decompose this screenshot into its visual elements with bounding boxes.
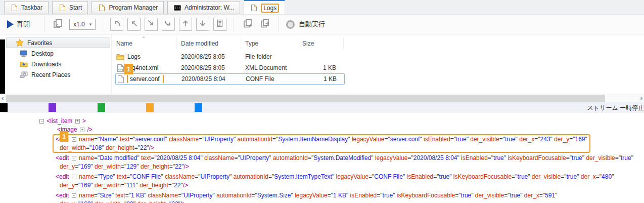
tree-node-edit-date-modified[interactable]: <edit - name="Date modified" text="2020/…: [53, 153, 636, 172]
annotation-badge: 1: [124, 64, 133, 74]
replay-page-button[interactable]: [52, 18, 65, 31]
svg-text:C:\: C:\: [175, 6, 181, 10]
toolbar-separator: [279, 17, 279, 31]
recent-places-icon: [20, 71, 28, 79]
tab-label: Program Manager: [109, 4, 158, 11]
column-header-date-modified[interactable]: Date modified: [177, 38, 241, 49]
collapse-toggle-icon[interactable]: -: [72, 137, 76, 142]
speed-value: x1.0: [73, 21, 85, 28]
tab-logs[interactable]: Logs: [244, 0, 285, 14]
collapse-toggle-icon[interactable]: -: [72, 175, 76, 179]
tab-start[interactable]: Start: [52, 1, 88, 14]
resume-button[interactable]: 再開: [6, 19, 37, 30]
pane-divider: [111, 34, 112, 94]
tab-taskbar[interactable]: Taskbar: [4, 1, 49, 14]
tab-program-manager[interactable]: Program Manager: [91, 1, 164, 14]
downloads-icon: [20, 60, 28, 68]
app-window: TaskbarStartProgram ManagerC:\Administra…: [0, 0, 644, 203]
play-icon: [7, 20, 14, 28]
sidebar-item-recent-places[interactable]: Recent Places: [6, 69, 110, 80]
timeline-marker[interactable]: [98, 103, 105, 112]
file-row-logs[interactable]: Logs2020/08/25 8:05File folder: [115, 51, 344, 62]
timeline-marker[interactable]: [49, 103, 56, 112]
tab-label: Start: [69, 4, 82, 11]
tree-node-edit-type[interactable]: <edit - name="Type" text="CONF File" cla…: [53, 172, 617, 190]
page-icon: [250, 4, 258, 12]
arrow-upleft-curve-button[interactable]: [110, 18, 123, 31]
captured-explorer-view: FavoritesDesktopDownloadsRecent Places ▲…: [0, 34, 644, 94]
column-header-name[interactable]: Name: [115, 38, 177, 49]
copy-page-forward-button[interactable]: [258, 18, 271, 31]
record-circle-icon: [286, 20, 295, 29]
collapse-toggle-icon[interactable]: -: [72, 156, 76, 160]
file-name: Logs: [127, 53, 141, 60]
file-type: CONF File: [242, 75, 299, 83]
page-icon: [10, 4, 18, 12]
scroll-left-arrow-icon[interactable]: ‹: [0, 94, 5, 102]
stream-timeline: ストリーム 一時停止: [0, 102, 644, 113]
arrow-down-button[interactable]: [196, 18, 209, 31]
playback-toolbar: 再開 x1.0 ▼ 自動実行: [0, 15, 644, 34]
auto-run-label: 自動実行: [299, 20, 325, 29]
arrow-up-icon: [181, 19, 190, 29]
timeline-marker[interactable]: [0, 103, 8, 112]
tab-label: Taskbar: [21, 4, 42, 11]
star-icon: [16, 39, 24, 47]
arrow-down-icon: [199, 19, 207, 29]
tab-administrator-w[interactable]: C:\Administrator: W...: [167, 1, 240, 14]
column-header-label: Name: [116, 40, 132, 47]
column-header-type[interactable]: Type: [241, 38, 298, 49]
expand-toggle-icon[interactable]: +: [80, 128, 84, 132]
arrow-downright-curve-button[interactable]: [162, 18, 175, 31]
tree-node-edit-size[interactable]: <edit - name="Size" text="1 KB" classNam…: [53, 190, 560, 203]
document-pages-button[interactable]: [213, 18, 226, 31]
sidebar-item-downloads[interactable]: Downloads: [6, 59, 110, 69]
file-date: 2020/08/25 8:05: [177, 64, 241, 71]
arrow-downright-button[interactable]: [145, 18, 158, 31]
file-date: 2020/08/25 8:04: [177, 75, 242, 83]
arrow-up-button[interactable]: [179, 18, 192, 31]
sidebar-item-label: Recent Places: [31, 71, 70, 78]
tree-node-list-item[interactable]: - <list_item + >: [0, 117, 644, 126]
scrollbar-thumb[interactable]: [6, 95, 605, 102]
page-icon: [58, 4, 66, 12]
desktop-icon: [20, 50, 28, 58]
stream-status-text: ストリーム 一時停止: [587, 104, 644, 112]
copy-page-down-button[interactable]: [241, 18, 254, 31]
timeline-marker[interactable]: [195, 103, 202, 112]
expand-toggle-icon[interactable]: +: [75, 119, 80, 124]
collapse-toggle-icon[interactable]: -: [39, 119, 44, 124]
sidebar-item-label: Downloads: [31, 61, 61, 68]
file-row-log4net-xml[interactable]: <>log4net.xml2020/08/25 8:05XML Document…: [115, 62, 344, 73]
file-row-server-conf[interactable]: server.conf2020/08/25 8:04CONF File1 KB: [115, 73, 345, 85]
column-header-size[interactable]: Size: [298, 38, 344, 49]
scroll-right-arrow-icon[interactable]: ›: [639, 94, 644, 102]
auto-run-toggle[interactable]: 自動実行: [286, 20, 325, 29]
arrow-upleft-button[interactable]: [127, 18, 141, 31]
sidebar-item-label: Favorites: [27, 39, 52, 47]
annotation-box: server.conf: [127, 75, 164, 83]
column-header-row: NameDate modifiedTypeSize: [115, 38, 344, 49]
resume-label: 再開: [17, 20, 30, 29]
collapse-toggle-icon[interactable]: -: [72, 193, 76, 198]
replay-page-icon: [53, 19, 64, 30]
arrow-upleft-curve-icon: [113, 19, 121, 29]
sidebar-item-favorites[interactable]: Favorites: [6, 37, 110, 48]
tree-node-image[interactable]: <image + />: [0, 126, 644, 134]
ui-element-tree: - <list_item + ><image + />1<edit - name…: [0, 113, 644, 203]
folder-icon: [116, 53, 124, 61]
xml-file-icon: <>: [116, 64, 124, 72]
tree-node-edit-name[interactable]: <edit - name="Name" text="server.conf" c…: [53, 134, 590, 153]
file-size: 1 KB: [299, 75, 344, 83]
speed-select[interactable]: x1.0 ▼: [69, 19, 96, 30]
chevron-down-icon: ▼: [88, 22, 93, 27]
arrow-downright-icon: [147, 19, 155, 29]
file-name: server.conf: [128, 75, 164, 83]
sidebar-item-desktop[interactable]: Desktop: [6, 48, 110, 59]
sidebar-item-label: Desktop: [31, 50, 54, 57]
file-size: 1 KB: [298, 64, 344, 71]
copy-page-forward-icon: [260, 19, 270, 30]
file-type: File folder: [241, 53, 298, 60]
toolbar-separator: [44, 17, 44, 31]
timeline-marker[interactable]: [146, 103, 154, 112]
